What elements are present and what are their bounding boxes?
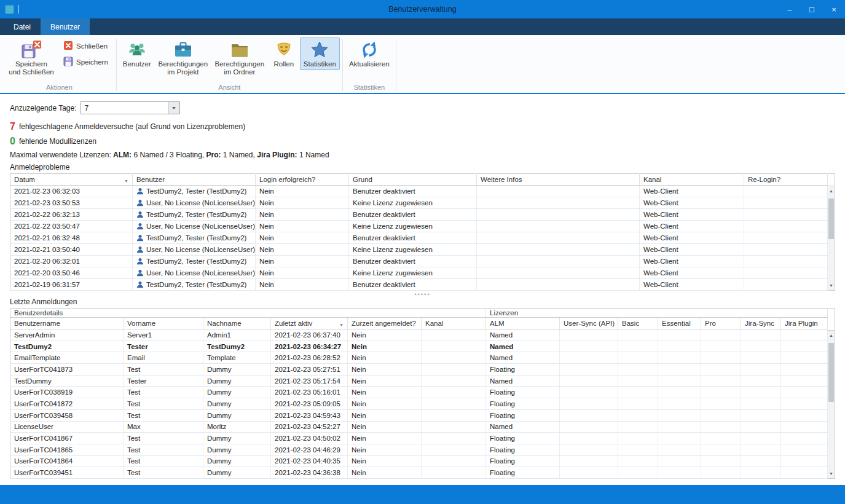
cell-jira-sync [741, 444, 781, 455]
close-window-button[interactable]: × [823, 0, 845, 18]
login-problem-row[interactable]: 2021-02-21 03:50:40 User, No License (No… [10, 244, 828, 256]
column-header[interactable]: Zurzeit angemeldet? [348, 318, 422, 329]
column-header[interactable]: Jira-Sync [741, 318, 781, 329]
column-header[interactable]: Jira Plugin [781, 318, 828, 329]
column-header[interactable]: Benutzer [133, 174, 256, 186]
cell-pro [701, 467, 741, 479]
maximize-button[interactable]: □ [801, 0, 823, 18]
cell-grund: Keine Lizenz zugewiesen [349, 244, 477, 256]
save-and-close-button[interactable]: Speichern und Schließen [5, 37, 58, 77]
cell-jira-plugin [781, 352, 828, 364]
combo-dropdown-button[interactable] [168, 102, 179, 114]
tab-datei[interactable]: Datei [4, 18, 41, 35]
last-login-row[interactable]: TestDummy Tester Dummy 2021-02-23 05:17:… [10, 375, 828, 387]
cell-relogin [744, 186, 828, 197]
scroll-down-button[interactable]: ▼ [828, 469, 835, 478]
cell-essential [658, 387, 701, 398]
cell-kanal [422, 352, 486, 364]
login-problem-row[interactable]: 2021-02-23 03:50:53 User, No License (No… [10, 197, 828, 209]
scroll-down-button[interactable]: ▼ [828, 281, 835, 290]
column-header[interactable]: Kanal [640, 174, 744, 186]
cell-user-sync [560, 444, 618, 455]
cell-benutzername: TestDummy [10, 375, 124, 387]
cell-kanal [422, 467, 486, 479]
user-icon [136, 246, 144, 253]
aktualisieren-button[interactable]: Aktualisieren [345, 37, 393, 70]
scroll-up-button[interactable]: ▲ [828, 331, 835, 340]
cell-kanal: Web-Client [640, 186, 744, 197]
cell-basic [618, 455, 658, 467]
benutzer-name-text: TestDumy2, Tester (TestDumy2) [146, 234, 246, 242]
column-header[interactable]: Vorname [124, 318, 203, 329]
tab-benutzer[interactable]: Benutzer [41, 18, 90, 35]
last-login-row[interactable]: LicenseUser Max Moritz 2021-02-23 04:52:… [10, 421, 828, 433]
column-header[interactable]: Datum▼ [10, 174, 133, 186]
last-login-row[interactable]: UserForTC039458 Test Dummy 2021-02-23 04… [10, 409, 828, 421]
login-problem-row[interactable]: 2021-02-20 03:50:46 User, No License (No… [10, 267, 828, 279]
cell-essential [658, 398, 701, 410]
column-header[interactable]: Pro [701, 318, 741, 329]
vertical-scrollbar[interactable]: ▲ ▼ [828, 308, 835, 479]
scrollbar-track[interactable] [828, 195, 835, 281]
last-login-row[interactable]: UserForTC039451 Test Dummy 2021-02-23 04… [10, 467, 828, 479]
cell-benutzername: UserForTC041864 [10, 455, 124, 467]
cell-kanal: Web-Client [640, 209, 744, 221]
cell-jira-plugin [781, 467, 828, 479]
save-button[interactable]: Speichern [61, 56, 110, 68]
last-login-row[interactable]: TestDumy2 Tester TestDumy2 2021-02-23 06… [10, 341, 828, 352]
cell-zurzeit-angemeldet: Nein [348, 433, 422, 444]
column-header[interactable]: Zuletzt aktiv▼ [271, 318, 348, 329]
benutzer-view-button[interactable]: Benutzer [119, 37, 155, 70]
horizontal-splitter[interactable]: ••••• [10, 291, 835, 298]
column-header[interactable]: Weitere Infos [477, 174, 640, 186]
login-problem-row[interactable]: 2021-02-22 03:50:47 User, No License (No… [10, 221, 828, 232]
login-problem-row[interactable]: 2021-02-21 06:32:48 TestDumy2, Tester (T… [10, 232, 828, 244]
last-login-row[interactable]: ServerAdmin Server1 Admin1 2021-02-23 06… [10, 329, 828, 341]
cell-alm: Named [486, 352, 560, 364]
column-header[interactable]: Kanal [422, 318, 486, 329]
column-header[interactable]: Re-Login? [744, 174, 828, 186]
cell-grund: Benutzer deaktiviert [349, 232, 477, 244]
minimize-button[interactable]: – [779, 0, 801, 18]
column-header[interactable]: User-Sync (API) [560, 318, 618, 329]
scrollbar-corner [828, 174, 835, 186]
last-login-row[interactable]: UserForTC041864 Test Dummy 2021-02-23 04… [10, 455, 828, 467]
last-login-row[interactable]: UserForTC041867 Test Dummy 2021-02-23 04… [10, 433, 828, 444]
column-header[interactable]: Nachname [203, 318, 271, 329]
scroll-up-button[interactable]: ▲ [828, 186, 835, 195]
cell-essential [658, 341, 701, 352]
splitter-dots: ••••• [415, 291, 431, 297]
cell-benutzername: ServerAdmin [10, 329, 124, 341]
rollen-button[interactable]: Rollen [268, 37, 300, 70]
column-header[interactable]: Basic [618, 318, 658, 329]
cell-user-sync [560, 341, 618, 352]
login-problem-row[interactable]: 2021-02-19 06:31:57 TestDumy2, Tester (T… [10, 279, 828, 291]
last-login-row[interactable]: UserForTC041872 Test Dummy 2021-02-23 05… [10, 398, 828, 410]
last-login-row[interactable]: UserForTC041873 Test Dummy 2021-02-23 05… [10, 364, 828, 376]
last-login-row[interactable]: UserForTC041865 Test Dummy 2021-02-23 04… [10, 444, 828, 455]
statistiken-label: Statistiken [304, 60, 336, 68]
login-problem-row[interactable]: 2021-02-23 06:32:03 TestDumy2, Tester (T… [10, 186, 828, 197]
berechtigungen-projekt-button[interactable]: Berechtigungen im Projekt [155, 37, 211, 77]
scrollbar-thumb[interactable] [828, 199, 834, 239]
berechtigungen-ordner-button[interactable]: Berechtigungen im Ordner [211, 37, 268, 77]
vertical-scrollbar[interactable]: ▲ ▼ [828, 173, 835, 291]
days-combobox[interactable]: 7 [81, 101, 180, 114]
column-header[interactable]: ALM [486, 318, 560, 329]
column-header[interactable]: Essential [658, 318, 701, 329]
cell-zurzeit-angemeldet: Nein [348, 364, 422, 376]
login-problem-row[interactable]: 2021-02-20 06:32:01 TestDumy2, Tester (T… [10, 256, 828, 267]
column-header[interactable]: Login erfolgreich? [256, 174, 349, 186]
scrollbar-track[interactable] [828, 340, 835, 469]
login-problem-row[interactable]: 2021-02-22 06:32:13 TestDumy2, Tester (T… [10, 209, 828, 221]
last-login-row[interactable]: UserForTC038919 Test Dummy 2021-02-23 05… [10, 387, 828, 398]
cell-weitere-infos [477, 221, 640, 232]
close-button[interactable]: Schließen [61, 40, 110, 52]
titlebar: Benutzerverwaltung – □ × [0, 0, 845, 18]
column-header[interactable]: Benutzername [10, 318, 124, 329]
column-header[interactable]: Grund [349, 174, 477, 186]
cell-benutzer: User, No License (NoLicenseUser) [133, 197, 256, 209]
last-login-row[interactable]: EmailTemplate Email Template 2021-02-23 … [10, 352, 828, 364]
scrollbar-thumb[interactable] [828, 343, 834, 402]
statistiken-button[interactable]: Statistiken [300, 37, 340, 70]
